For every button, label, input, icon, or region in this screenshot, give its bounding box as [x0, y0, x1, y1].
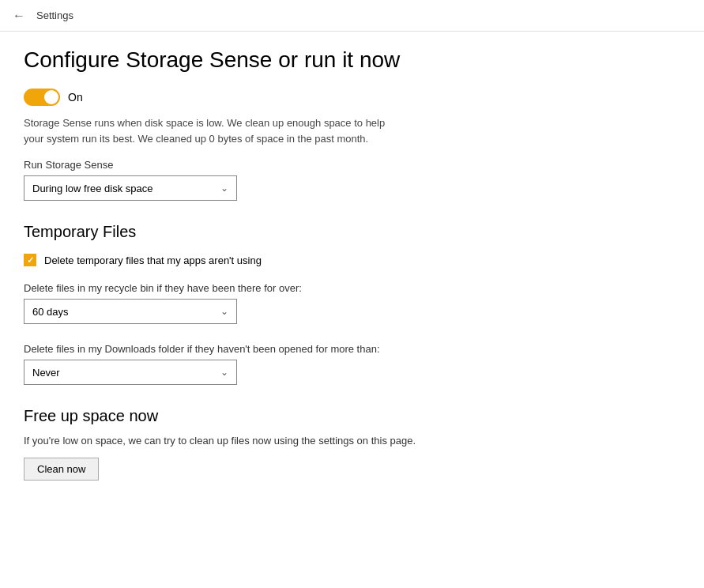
toggle-row: On — [24, 89, 680, 106]
recycle-bin-dropdown[interactable]: 60 days ⌄ — [24, 299, 237, 324]
recycle-bin-value: 60 days — [32, 306, 69, 318]
downloads-chevron-icon: ⌄ — [220, 367, 228, 378]
downloads-value: Never — [32, 367, 60, 379]
temporary-files-section: Temporary Files ✓ Delete temporary files… — [24, 223, 680, 385]
free-up-space-section: Free up space now If you're low on space… — [24, 407, 680, 481]
toggle-label: On — [68, 91, 83, 104]
main-content: Configure Storage Sense or run it now On… — [0, 32, 704, 504]
downloads-label: Delete files in my Downloads folder if t… — [24, 343, 680, 355]
page-title: Configure Storage Sense or run it now — [24, 47, 680, 73]
run-storage-sense-label: Run Storage Sense — [24, 159, 680, 171]
delete-temp-files-label: Delete temporary files that my apps aren… — [44, 254, 262, 266]
free-up-space-description: If you're low on space, we can try to cl… — [24, 435, 466, 447]
temporary-files-title: Temporary Files — [24, 223, 680, 241]
back-arrow-icon: ← — [13, 9, 25, 23]
free-up-space-title: Free up space now — [24, 407, 680, 425]
downloads-dropdown[interactable]: Never ⌄ — [24, 360, 237, 385]
recycle-bin-group: Delete files in my recycle bin if they h… — [24, 282, 680, 324]
run-storage-sense-value: During low free disk space — [32, 183, 152, 194]
clean-now-button[interactable]: Clean now — [24, 458, 99, 481]
run-storage-sense-group: Run Storage Sense During low free disk s… — [24, 159, 680, 201]
dropdown-chevron-icon: ⌄ — [220, 183, 228, 194]
checkmark-icon: ✓ — [27, 255, 34, 266]
downloads-group: Delete files in my Downloads folder if t… — [24, 343, 680, 385]
back-button[interactable]: ← — [9, 6, 28, 26]
storage-sense-toggle[interactable] — [24, 89, 60, 106]
app-name: Settings — [36, 9, 73, 21]
delete-temp-files-checkbox[interactable]: ✓ — [24, 254, 36, 266]
recycle-bin-chevron-icon: ⌄ — [220, 306, 228, 317]
run-storage-sense-dropdown[interactable]: During low free disk space ⌄ — [24, 175, 237, 201]
recycle-bin-label: Delete files in my recycle bin if they h… — [24, 282, 680, 294]
title-bar: ← Settings — [0, 0, 704, 32]
delete-temp-files-row: ✓ Delete temporary files that my apps ar… — [24, 254, 680, 266]
storage-sense-description: Storage Sense runs when disk space is lo… — [24, 115, 387, 146]
toggle-knob — [44, 90, 58, 104]
